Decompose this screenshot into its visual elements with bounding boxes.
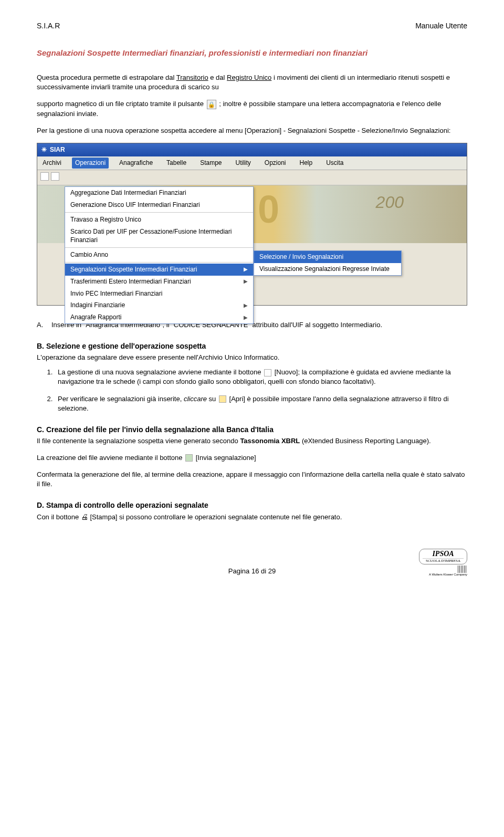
- page-title: Segnalazioni Sospette Intermediari finan…: [37, 47, 467, 58]
- menu-help[interactable]: Help: [297, 158, 316, 169]
- section-b-lead: L'operazione da segnalare deve essere pr…: [37, 353, 467, 362]
- submenu-segnalazioni[interactable]: Selezione / Invio Segnalazioni Visualizz…: [254, 250, 402, 276]
- chevron-right-icon: ▶: [244, 314, 248, 321]
- section-c-p3: Confermata la generazione del file, al t…: [37, 470, 467, 489]
- app-icon: ✳: [41, 145, 47, 154]
- menubar[interactable]: Archivi Operazioni Anagrafiche Tabelle S…: [37, 156, 467, 170]
- send-icon: [185, 454, 193, 462]
- menu-tabelle[interactable]: Tabelle: [163, 158, 190, 169]
- mi-travaso[interactable]: Travaso a Registro Unico: [65, 214, 253, 226]
- submenu-selezione-invio[interactable]: Selezione / Invio Segnalazioni: [254, 251, 401, 263]
- header-left: S.I.A.R: [37, 21, 60, 32]
- intro-para-3: Per la gestione di una nuova operazione …: [37, 126, 467, 135]
- menu-opzioni[interactable]: Opzioni: [261, 158, 289, 169]
- mi-anagrafe-rapporti[interactable]: Anagrafe Rapporti▶: [65, 311, 253, 323]
- logo-sub: SCUOLA D'IMPRESA: [423, 558, 464, 563]
- new-icon: [264, 369, 271, 376]
- section-d-heading: D. Stampa di controllo delle operazioni …: [37, 500, 467, 511]
- mi-aggregazione[interactable]: Aggregazione Dati Intermediari Finanziar…: [65, 187, 253, 199]
- titlebar: ✳ SIAR: [37, 143, 467, 156]
- submenu-visualizzazione[interactable]: Visualizzazione Segnalazioni Regresse In…: [254, 263, 401, 275]
- watermark-small: 200: [376, 191, 404, 214]
- menu-stampe[interactable]: Stampe: [197, 158, 225, 169]
- bars-icon: [458, 566, 467, 573]
- mi-trasferimenti-estero[interactable]: Trasferimenti Estero Intermediari Finanz…: [65, 276, 253, 288]
- watermark-large: 0: [258, 182, 279, 237]
- logo-top: IPSOA: [423, 550, 464, 558]
- mi-cambio-anno[interactable]: Cambio Anno: [65, 249, 253, 261]
- app-title: SIAR: [50, 145, 65, 154]
- menu-archivi[interactable]: Archivi: [39, 158, 65, 169]
- intro-para-2: supporto magnetico di un file criptato t…: [37, 99, 467, 119]
- logo-tagline: A Wolters Kluwer Company: [419, 573, 467, 577]
- chevron-right-icon: ▶: [244, 278, 248, 285]
- mi-scarico-dati[interactable]: Scarico Dati per UIF per Cessazione/Fusi…: [65, 226, 253, 247]
- section-d-p1: Con il bottone 🖨 [Stampa] si possono con…: [37, 512, 467, 522]
- footer-logo: IPSOA SCUOLA D'IMPRESA A Wolters Kluwer …: [419, 549, 467, 577]
- section-b-item-2: Per verificare le segnalazioni già inser…: [55, 394, 467, 413]
- mi-generazione-disco[interactable]: Generazione Disco UIF Intermediari Finan…: [65, 199, 253, 211]
- menu-uscita[interactable]: Uscita: [323, 158, 346, 169]
- app-screenshot: ✳ SIAR Archivi Operazioni Anagrafiche Ta…: [37, 143, 467, 306]
- toolbar-btn-1[interactable]: [40, 172, 49, 181]
- section-c-p2: La creazione del file avviene mediante i…: [37, 453, 467, 463]
- open-icon: [219, 395, 226, 403]
- page-number: Pagina 16 di 29: [85, 567, 419, 576]
- menu-operazioni[interactable]: Operazioni: [72, 158, 109, 169]
- section-b-list: La gestione di una nuova segnalazione av…: [55, 368, 467, 413]
- encrypt-icon: 🔒: [207, 100, 216, 109]
- dropdown-operazioni[interactable]: Aggregazione Dati Intermediari Finanziar…: [65, 186, 254, 324]
- section-b-heading: B. Selezione e gestione dell'operazione …: [37, 341, 467, 352]
- mi-segnalazioni-sospette[interactable]: Segnalazioni Sospette Intermediari Finan…: [65, 264, 253, 276]
- chevron-right-icon: ▶: [244, 302, 248, 309]
- toolbar: [37, 170, 467, 186]
- toolbar-btn-2[interactable]: [51, 172, 59, 181]
- menu-anagrafiche[interactable]: Anagrafiche: [116, 158, 156, 169]
- section-b-item-1: La gestione di una nuova segnalazione av…: [55, 368, 467, 386]
- mi-invio-pec[interactable]: Invio PEC Intermediari Finanziari: [65, 288, 253, 300]
- mi-indagini[interactable]: Indagini Finanziarie▶: [65, 299, 253, 311]
- header-right: Manuale Utente: [415, 21, 467, 32]
- section-c-p1: Il file contenente la segnalazione sospe…: [37, 436, 467, 446]
- label-a: A.: [37, 320, 51, 330]
- menu-utility[interactable]: Utility: [232, 158, 254, 169]
- chevron-right-icon: ▶: [244, 266, 248, 273]
- intro-para-1: Questa procedura permette di estrapolare…: [37, 73, 467, 92]
- section-c-heading: C. Creazione del file per l'invio della …: [37, 425, 467, 435]
- printer-icon: 🖨: [81, 512, 88, 521]
